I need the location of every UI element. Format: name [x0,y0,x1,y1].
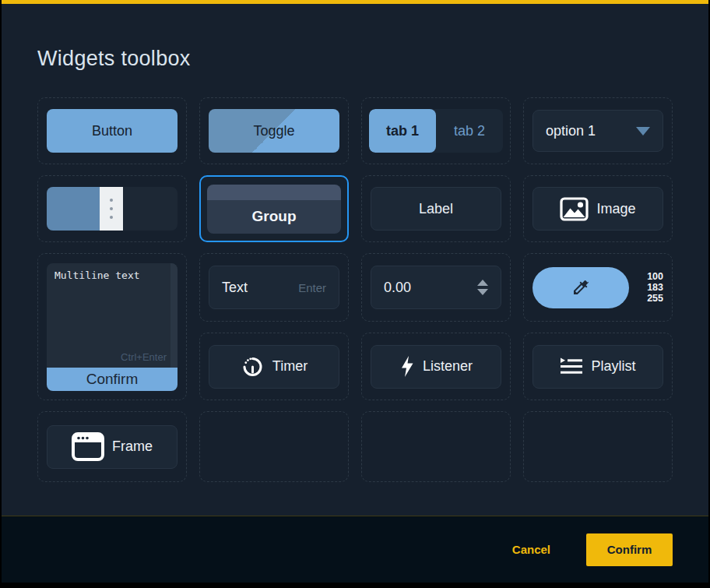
tabs-preview: tab 1 tab 2 [369,109,503,153]
multiline-textarea: Multiline text Ctrl+Enter [47,263,178,368]
listener-preview: Listener [371,345,501,389]
dropdown-value: option 1 [546,123,596,139]
color-picker-preview: 100 183 255 [532,267,663,308]
group-header-strip [207,185,341,200]
stepper-up-icon [477,280,488,286]
slider-fill [47,187,100,231]
toggle-preview: Toggle [209,109,339,153]
playlist-preview: Playlist [532,345,663,389]
widget-tile-timer[interactable]: Timer [199,333,349,400]
page-title: Widgets toolbox [37,47,191,71]
widget-tile-text-input[interactable]: Text Enter [199,253,349,322]
number-input-preview: 0.00 [371,266,501,309]
widget-tile-label[interactable]: Label [361,175,511,242]
label-preview: Label [371,187,501,231]
multiline-preview: Multiline text Ctrl+Enter Confirm [47,263,178,391]
frame-label: Frame [112,438,153,455]
image-icon [560,197,589,221]
widget-tile-toggle[interactable]: Toggle [199,97,349,164]
eyedropper-icon [571,278,590,297]
widget-tile-button[interactable]: Button [37,97,187,164]
timer-icon [241,354,265,379]
group-preview: Group [207,185,341,234]
image-label: Image [596,201,635,217]
dropdown-preview: option 1 [532,110,663,152]
slider-preview [47,187,178,231]
frame-preview: Frame [47,425,178,469]
text-input-placeholder: Enter [298,281,326,294]
color-swatch [532,267,629,308]
image-preview: Image [532,187,663,231]
text-input-value: Text [222,280,248,296]
cancel-button[interactable]: Cancel [512,543,550,556]
timer-preview: Timer [209,345,339,389]
drag-handle-dots-icon [110,199,113,202]
rgb-values: 100 183 255 [647,271,663,304]
playlist-icon [560,357,583,375]
playlist-label: Playlist [591,358,635,375]
number-stepper [477,280,488,295]
stepper-down-icon [477,289,488,295]
slider-handle [100,187,123,231]
tab-2: tab 2 [436,109,503,153]
scrollbar [170,263,178,368]
widget-tile-frame[interactable]: Frame [37,411,187,482]
empty-slot [199,411,349,482]
timer-label: Timer [272,358,308,375]
widget-grid: Button Toggle tab 1 tab 2 option 1 [37,97,673,482]
widget-tile-dropdown[interactable]: option 1 [523,97,673,164]
widget-tile-multiline[interactable]: Multiline text Ctrl+Enter Confirm [37,253,187,400]
widget-tile-tabs[interactable]: tab 1 tab 2 [361,97,511,164]
lightning-icon [399,355,415,378]
text-input-preview: Text Enter [209,266,339,309]
widget-tile-group[interactable]: Group [199,175,349,242]
shortcut-hint: Ctrl+Enter [121,351,167,363]
rgb-g: 183 [647,282,663,293]
widget-tile-number-input[interactable]: 0.00 [361,253,511,322]
chevron-down-icon [636,127,650,136]
widget-tile-listener[interactable]: Listener [361,333,511,400]
widget-tile-slider[interactable] [37,175,187,242]
rgb-b: 255 [647,293,663,304]
listener-label: Listener [423,358,473,375]
frame-icon [72,432,104,461]
dialog-footer: Cancel Confirm [2,516,708,583]
widget-tile-color-picker[interactable]: 100 183 255 [523,253,673,322]
button-preview: Button [47,109,178,153]
dialog-body: Widgets toolbox Button Toggle tab 1 tab … [2,4,708,516]
widgets-toolbox-dialog: Widgets toolbox Button Toggle tab 1 tab … [0,0,710,588]
confirm-button[interactable]: Confirm [586,533,673,566]
widget-tile-playlist[interactable]: Playlist [523,333,673,400]
empty-slot [361,411,511,482]
widget-tile-image[interactable]: Image [523,175,673,242]
multiline-text: Multiline text [54,269,140,281]
slider-track [123,187,178,231]
empty-slot [523,411,673,482]
rgb-r: 100 [647,271,663,282]
tab-1: tab 1 [369,109,436,153]
number-input-value: 0.00 [384,280,411,296]
group-label: Group [207,200,341,234]
multiline-confirm-bar: Confirm [47,368,178,391]
